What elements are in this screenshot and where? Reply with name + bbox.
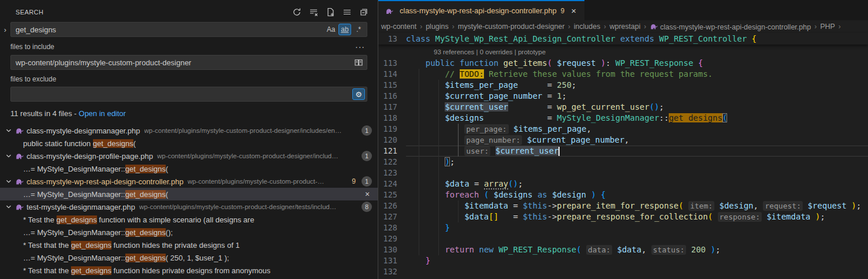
collapse-all-icon[interactable]	[358, 6, 370, 18]
tab-class-mystyle-wp-rest-api-design-controller[interactable]: class-mystyle-wp-rest-api-design-control…	[378, 0, 584, 20]
code-line-118[interactable]: 118 $designs = MyStyle_DesignManager::ge…	[378, 113, 868, 124]
code-line-content[interactable]: // TODO: Retrieve these values from the …	[406, 69, 868, 80]
code-line-content[interactable]: return new WP_REST_Response( data: $data…	[406, 244, 868, 255]
breadcrumb-item-wprestapi[interactable]: wprestapi	[609, 23, 641, 31]
open-new-search-editor-icon[interactable]	[325, 6, 336, 18]
exclude-settings-gear-icon[interactable]: ⚙	[352, 88, 365, 100]
code-token: $designs	[494, 190, 532, 199]
code-line-129[interactable]: 129	[378, 233, 868, 244]
result-file-name: class-mystyle-design-profile-page.php	[27, 152, 153, 161]
code-line-content[interactable]: }	[406, 255, 868, 266]
code-line-content[interactable]: foreach ( $designs as $design ) {	[406, 189, 868, 200]
breadcrumb-item-includes[interactable]: includes	[573, 23, 601, 31]
search-result-file-row[interactable]: class-mystyle-designmanager.phpwp-conten…	[0, 124, 378, 137]
toggle-replace-chevron-icon[interactable]: ›	[1, 24, 9, 35]
code-line-content[interactable]: $itemdata = $this->prepare_item_for_resp…	[406, 200, 868, 211]
code-line-content[interactable]: $designs = MyStyle_DesignManager::get_de…	[406, 113, 868, 124]
codelens-references[interactable]: 93 references | 0 overrides | prototype	[378, 44, 868, 58]
code-line-113[interactable]: 113 public function get_items( $request …	[378, 58, 868, 69]
code-line-131[interactable]: 131 }	[378, 255, 868, 266]
code-line-content[interactable]: page_number: $current_page_number,	[406, 135, 868, 146]
chevron-down-icon[interactable]	[4, 151, 13, 161]
sticky-scroll-line[interactable]: 13 class MyStyle_Wp_Rest_Api_Design_Cont…	[378, 33, 868, 44]
code-token: {	[601, 190, 605, 199]
code-line-content[interactable]: );	[406, 157, 868, 168]
result-file-name: class-mystyle-wp-rest-api-design-control…	[27, 177, 184, 186]
code-line-content[interactable]: }	[406, 222, 868, 233]
sticky-line-number: 13	[378, 33, 406, 44]
whole-word-icon[interactable]: ab	[338, 24, 351, 35]
code-line-content[interactable]: per_page: $items_per_page,	[406, 124, 868, 135]
breadcrumb-item-mystyle-custom-product-designer[interactable]: mystyle-custom-product-designer	[457, 23, 565, 31]
open-editors-book-icon[interactable]	[352, 57, 365, 68]
breadcrumb-item-wp-content[interactable]: wp-content	[381, 23, 417, 31]
code-line-115[interactable]: 115 $items_per_page = 250;	[378, 80, 868, 91]
code-line-132[interactable]: 132	[378, 266, 868, 277]
search-match-row[interactable]: * Test that the get_designs function hid…	[0, 239, 378, 251]
search-result-file-row[interactable]: class-mystyle-design-profile-page.phpwp-…	[0, 150, 378, 162]
code-line-128[interactable]: 128 }	[378, 222, 868, 233]
files-to-include-header: files to include ···	[10, 42, 367, 51]
chevron-down-icon[interactable]	[4, 126, 13, 135]
code-line-130[interactable]: 130 return new WP_REST_Response( data: $…	[378, 244, 868, 255]
search-match-row[interactable]: …= MyStyle_DesignManager::get_designs();	[0, 226, 378, 239]
search-match-row[interactable]: * Test the get_designs function with a s…	[0, 213, 378, 226]
code-line-125[interactable]: 125 foreach ( $designs as $design ) {	[378, 189, 868, 200]
code-line-content[interactable]: $data[] = $this->prepare_response_for_co…	[406, 211, 868, 222]
breadcrumb-item-plugins[interactable]: plugins	[425, 23, 449, 31]
use-regex-icon[interactable]: .*	[352, 24, 365, 35]
code-line-114[interactable]: 114 // TODO: Retrieve these values from …	[378, 69, 868, 80]
files-to-include-input[interactable]	[10, 55, 367, 70]
clear-search-results-icon[interactable]	[308, 6, 319, 18]
code-line-122[interactable]: 122 );	[378, 157, 868, 168]
code-token: prepare_item_for_response	[557, 201, 679, 210]
search-result-file-row[interactable]: test-mystyle-designmanager.phpwp-content…	[0, 200, 378, 213]
tab-close-icon[interactable]: ×	[568, 6, 579, 16]
toggle-search-details-icon[interactable]: ···	[353, 42, 367, 51]
code-line-119[interactable]: 119 per_page: $items_per_page,	[378, 124, 868, 135]
line-number: 113	[378, 58, 406, 69]
refresh-icon[interactable]	[291, 6, 303, 18]
file-dirty-badge: 9	[352, 177, 356, 185]
code-line-116[interactable]: 116 $current_page_number = 1;	[378, 91, 868, 102]
code-line-content[interactable]: user: $current_user	[406, 146, 868, 157]
code-line-content[interactable]: $data = array();	[406, 178, 868, 189]
code-line-content[interactable]: public function get_items( $request ): W…	[406, 58, 868, 69]
search-match-row[interactable]: …= MyStyle_DesignManager::get_designs(	[0, 162, 378, 175]
files-to-exclude-input[interactable]	[10, 87, 367, 102]
code-line-content[interactable]	[406, 266, 868, 277]
breadcrumb-item-class-mystyle-wp-rest-api-design-controller-php[interactable]: class-mystyle-wp-rest-api-design-control…	[649, 23, 811, 31]
code-line-content[interactable]: $current_page_number = 1;	[406, 91, 868, 102]
search-match-row[interactable]: * Test that the get_designs function hid…	[0, 264, 378, 277]
code-line-127[interactable]: 127 $data[] = $this->prepare_response_fo…	[378, 211, 868, 222]
search-match-row[interactable]: public static function get_designs(	[0, 137, 378, 150]
line-number: 120	[378, 135, 406, 146]
code-token: $request	[557, 58, 595, 68]
code-token: get_designs	[669, 113, 722, 122]
search-result-file-row[interactable]: class-mystyle-wp-rest-api-design-control…	[0, 175, 378, 188]
code-token	[612, 245, 617, 254]
search-match-row[interactable]: …= MyStyle_DesignManager::get_designs();	[0, 277, 378, 279]
line-number: 126	[378, 200, 406, 211]
code-line-120[interactable]: 120 page_number: $current_page_number,	[378, 135, 868, 146]
search-match-row[interactable]: …= MyStyle_DesignManager::get_designs( 2…	[0, 251, 378, 264]
breadcrumb-item-php[interactable]: PHP	[819, 23, 836, 31]
code-line-content[interactable]	[406, 233, 868, 244]
code-line-124[interactable]: 124 $data = array();	[378, 178, 868, 189]
php-file-icon	[385, 7, 393, 15]
code-line-121[interactable]: 121 user: $current_user	[378, 146, 868, 157]
chevron-down-icon[interactable]	[4, 177, 13, 186]
view-as-tree-icon[interactable]	[341, 6, 353, 18]
open-in-editor-link[interactable]: Open in editor	[79, 109, 126, 118]
code-line-123[interactable]: 123	[378, 168, 868, 178]
code-line-content[interactable]	[406, 168, 868, 178]
code-line-117[interactable]: 117 $current_user = wp_get_current_user(…	[378, 102, 868, 113]
dismiss-match-icon[interactable]: ×	[362, 188, 373, 200]
code-line-content[interactable]: $current_user = wp_get_current_user();	[406, 102, 868, 113]
search-input[interactable]	[10, 22, 367, 37]
code-line-content[interactable]: $items_per_page = 250;	[406, 80, 868, 91]
code-line-126[interactable]: 126 $itemdata = $this->prepare_item_for_…	[378, 200, 868, 211]
match-case-icon[interactable]: Aa	[325, 24, 337, 35]
chevron-down-icon[interactable]	[4, 202, 13, 211]
search-match-row[interactable]: …= MyStyle_DesignManager::get_designs(×	[0, 188, 378, 200]
